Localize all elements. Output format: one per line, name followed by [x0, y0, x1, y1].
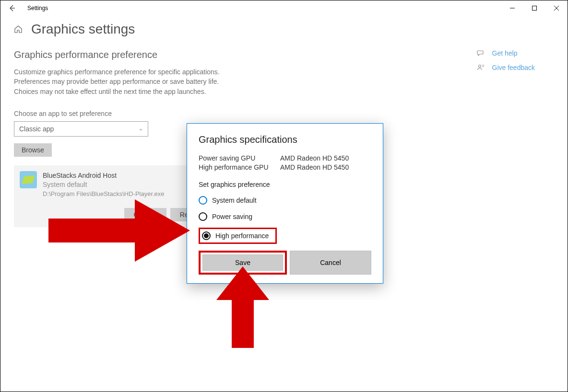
choose-app-label: Choose an app to set preference [14, 110, 244, 117]
radio-power-saving[interactable]: Power saving [199, 211, 371, 222]
titlebar: Settings [0, 0, 568, 16]
radio-icon [199, 212, 207, 221]
set-pref-label: Set graphics preference [199, 181, 371, 188]
cancel-button[interactable]: Cancel [290, 251, 371, 275]
radio-icon [202, 231, 211, 240]
select-value: Classic app [19, 125, 54, 133]
gpu-value: AMD Radeon HD 5450 [280, 154, 349, 163]
close-button[interactable] [545, 0, 568, 16]
browse-button[interactable]: Browse [14, 143, 52, 157]
feedback-icon [477, 64, 485, 71]
save-button[interactable]: Save [202, 254, 283, 271]
minimize-button[interactable] [501, 0, 523, 16]
svg-point-1 [478, 65, 481, 68]
graphics-spec-dialog: Graphics specifications Power saving GPU… [187, 123, 383, 284]
feedback-label: Give feedback [492, 64, 535, 71]
section-description: Customize graphics performance preferenc… [14, 67, 235, 96]
section-heading: Graphics performance preference [14, 49, 244, 60]
radio-label: Power saving [212, 213, 252, 220]
annotation-highlight-save: Save [199, 251, 287, 275]
maximize-button[interactable] [523, 0, 545, 16]
radio-system-default[interactable]: System default [199, 195, 371, 206]
gpu-value: AMD Radeon HD 5450 [280, 163, 349, 172]
window-controls [501, 0, 568, 16]
feedback-link[interactable]: Give feedback [477, 64, 535, 71]
radio-high-performance[interactable]: High performance [201, 231, 273, 241]
annotation-highlight-high-perf: High performance [199, 228, 277, 244]
page-title: Graphics settings [31, 22, 135, 37]
get-help-label: Get help [492, 49, 518, 57]
app-icon [20, 171, 37, 188]
app-type-select[interactable]: Classic app ⌄ [14, 121, 148, 137]
radio-icon [199, 196, 207, 205]
radio-label: System default [212, 196, 257, 204]
home-icon[interactable] [14, 25, 23, 34]
back-button[interactable] [8, 4, 16, 12]
svg-rect-0 [532, 6, 537, 11]
chat-icon [477, 49, 485, 57]
radio-label: High performance [215, 232, 269, 240]
get-help-link[interactable]: Get help [477, 49, 535, 57]
options-button[interactable]: Options [124, 208, 166, 221]
gpu-row-power-saving: Power saving GPU AMD Radeon HD 5450 [199, 154, 371, 163]
chevron-down-icon: ⌄ [139, 126, 143, 132]
window-title: Settings [27, 5, 48, 12]
page-header: Graphics settings [14, 22, 554, 37]
dialog-title: Graphics specifications [199, 134, 371, 145]
gpu-row-high-perf: High performance GPU AMD Radeon HD 5450 [199, 163, 371, 172]
gpu-label: Power saving GPU [199, 154, 280, 163]
gpu-label: High performance GPU [199, 163, 280, 172]
